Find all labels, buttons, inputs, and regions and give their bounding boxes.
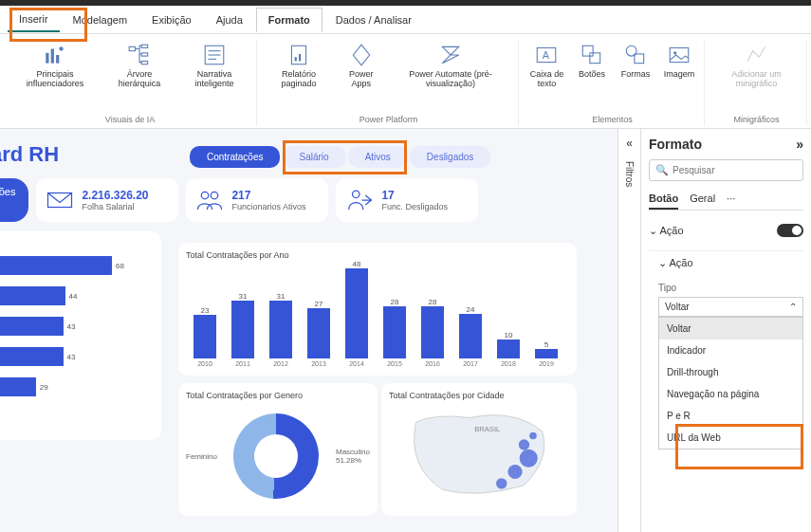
bar[interactable]: 24: [459, 314, 482, 359]
menu-inserir[interactable]: Inserir: [8, 8, 60, 32]
bar[interactable]: 23: [194, 315, 216, 358]
dd-item-per[interactable]: P e R: [659, 405, 802, 427]
ribbon-relatorio-paginado[interactable]: Relatório paginado: [263, 40, 335, 113]
bar[interactable]: 28: [383, 306, 406, 358]
bar[interactable]: 48: [345, 268, 368, 358]
menu-exibicao[interactable]: Exibição: [140, 9, 203, 31]
svg-point-29: [520, 449, 538, 468]
svg-rect-18: [590, 53, 600, 64]
page-ativos[interactable]: Ativos: [348, 146, 408, 168]
svg-rect-4: [129, 46, 136, 50]
bar[interactable]: 10: [497, 339, 520, 358]
chart-area[interactable]: rea 6844434329: [0, 231, 161, 440]
menu-dados[interactable]: Dados / Analisar: [324, 9, 423, 31]
subtab-geral[interactable]: Geral: [690, 189, 715, 210]
svg-point-22: [673, 51, 676, 54]
svg-point-32: [529, 432, 537, 440]
ribbon-imagem[interactable]: Imagem: [658, 40, 700, 113]
card-desligados[interactable]: 17Func. Desligados: [336, 178, 478, 222]
ribbon-narrativa[interactable]: Narrativa inteligente: [176, 40, 252, 113]
bar[interactable]: 31: [269, 301, 292, 358]
ribbon-power-apps[interactable]: Power Apps: [337, 40, 385, 113]
expand-icon[interactable]: »: [796, 137, 803, 152]
ribbon-principais-influenciadores[interactable]: Principais influenciadores: [8, 40, 102, 113]
tab-filtros[interactable]: Filtros: [624, 161, 635, 187]
page-desligados[interactable]: Desligados: [410, 146, 490, 168]
chart-genero[interactable]: Total Contratações por Genero Feminino M…: [178, 383, 378, 516]
search-input[interactable]: [673, 165, 797, 175]
svg-rect-2: [56, 55, 59, 64]
menu-formato[interactable]: Formato: [256, 8, 323, 32]
menu-modelagem[interactable]: Modelagem: [62, 9, 138, 31]
dd-item-voltar[interactable]: Voltar: [659, 318, 802, 339]
bar[interactable]: 27: [307, 308, 330, 358]
bar[interactable]: 31: [231, 301, 254, 358]
dd-item-url[interactable]: URL da Web: [659, 427, 802, 449]
svg-rect-21: [670, 47, 689, 62]
chevron-down-icon: ⌄: [658, 257, 667, 268]
section-acao-toggle[interactable]: ⌄ Ação: [649, 218, 803, 243]
svg-point-25: [212, 192, 219, 199]
toggle-acao[interactable]: [777, 224, 803, 237]
chevron-up-icon: ⌃: [789, 302, 797, 312]
svg-rect-20: [635, 54, 644, 64]
menu-ajuda[interactable]: Ajuda: [205, 9, 254, 31]
report-canvas[interactable]: ard RH Contratações Salário Ativos Desli…: [0, 129, 617, 532]
svg-rect-17: [582, 46, 593, 56]
ribbon-arvore[interactable]: Árvore hierárquica: [104, 40, 175, 113]
donut-title: Total Contratações por Genero: [186, 391, 370, 400]
ribbon-group-visuais-ia: Visuais de IA: [105, 113, 155, 126]
hbar[interactable]: [0, 377, 36, 396]
chart-cidade[interactable]: Total Contratações por Cidade BRASIL: [381, 383, 577, 516]
svg-rect-5: [141, 45, 148, 47]
chart-contratacoes-ano[interactable]: Total Contratações por Ano 2331312748282…: [178, 243, 577, 376]
report-title: ard RH: [0, 142, 59, 167]
section-acao-sub[interactable]: ⌄ Ação: [649, 250, 803, 275]
collapse-icon[interactable]: «: [626, 137, 633, 150]
dropdown-tipo[interactable]: Voltar ⌃: [658, 297, 803, 317]
panel-title: Formato: [649, 137, 702, 152]
search-icon: 🔍: [655, 164, 669, 176]
subtab-more[interactable]: ···: [727, 189, 735, 210]
page-salario[interactable]: Salário: [282, 146, 345, 168]
donut-val-m: 51.28%: [336, 456, 361, 465]
ribbon-botoes[interactable]: Botões: [571, 40, 613, 113]
dropdown-list: Voltar Indicador Drill-through Navegação…: [658, 317, 803, 449]
ribbon-group-power-platform: Power Platform: [359, 113, 418, 126]
envelope-icon: [46, 186, 74, 214]
format-panel: Formato » 🔍 Botão Geral ··· ⌄ Ação ⌄ Açã…: [640, 129, 811, 532]
ribbon-power-automate[interactable]: Power Automate (pré-visualização): [387, 40, 514, 113]
svg-point-30: [507, 465, 522, 479]
people-icon: [195, 186, 224, 214]
pill-tacoes[interactable]: tações: [0, 178, 28, 222]
bar[interactable]: 5: [535, 349, 558, 358]
svg-rect-6: [141, 53, 148, 56]
donut-icon: [233, 413, 319, 499]
svg-text:BRASIL: BRASIL: [474, 425, 500, 433]
person-exit-icon: [345, 186, 374, 214]
dd-item-indicador[interactable]: Indicador: [659, 339, 802, 361]
hbar[interactable]: [0, 286, 65, 305]
subtab-botao[interactable]: Botão: [649, 189, 678, 210]
svg-point-31: [496, 478, 507, 488]
bar[interactable]: 28: [421, 306, 444, 358]
label-tipo: Tipo: [658, 283, 803, 293]
search-box[interactable]: 🔍: [649, 159, 803, 181]
map-title: Total Contratações por Cidade: [389, 391, 569, 400]
ribbon-group-elementos: Elementos: [592, 113, 633, 126]
donut-label-f: Feminino: [186, 452, 217, 461]
card-funcionarios-ativos[interactable]: 217Funcionarios Ativos: [186, 178, 328, 222]
hbar[interactable]: [0, 256, 112, 275]
dd-item-navegacao[interactable]: Navegação na página: [659, 383, 802, 405]
ribbon-formas[interactable]: Formas: [615, 40, 656, 113]
ribbon-caixa-texto[interactable]: ACaixa de texto: [525, 40, 569, 113]
side-tabs: « Filtros: [617, 129, 640, 532]
dd-item-drill[interactable]: Drill-through: [659, 361, 802, 383]
ribbon: Principais influenciadores Árvore hierár…: [0, 34, 811, 129]
page-contratacoes[interactable]: Contratações: [190, 146, 280, 168]
svg-rect-7: [141, 62, 148, 64]
ribbon-minigrafico: Adicionar um minigráfico: [710, 40, 802, 113]
hbar[interactable]: [0, 347, 64, 366]
card-folha-salarial[interactable]: 2.216.326.20Folha Salarial: [36, 178, 178, 222]
hbar[interactable]: [0, 317, 64, 336]
